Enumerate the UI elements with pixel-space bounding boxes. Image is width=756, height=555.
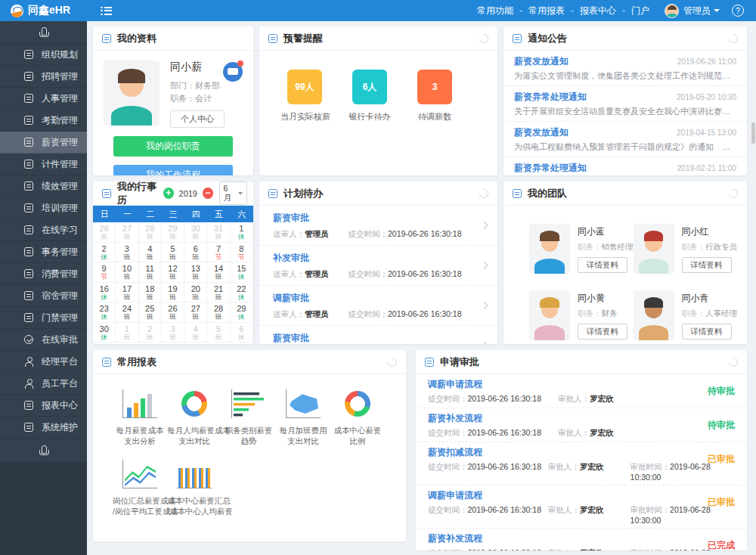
todo-item[interactable]: 补发审批 送审人：管理员 提交时间：2019-06-26 16:30:18 [259,246,497,286]
topbar-link[interactable]: 报表中心 - [577,5,628,17]
sidebar-collapse-top[interactable] [0,21,87,44]
day-type-tag: 班 [184,273,206,281]
calendar-day-cell: 31 班 [207,222,230,243]
year-increase-button[interactable]: + [163,188,174,199]
refresh-icon[interactable] [386,355,399,368]
day-type-tag: 休 [231,313,253,321]
sidebar-collapse-bottom[interactable] [0,439,87,461]
report-shortcut[interactable]: 成本中心薪资 比例 [330,389,385,446]
app-brand: 同鑫eHR [0,4,87,17]
report-shortcut[interactable]: 每月薪资成本 支出分析 [113,389,167,446]
report-shortcut[interactable]: 每月人均薪资成本 支出对比 [167,389,222,446]
topbar-link[interactable]: 常用报表 - [525,5,577,17]
todo-item[interactable]: 薪资审批 送审人：管理员 提交时间：2019-06-26 16:30:18 [259,326,497,344]
sidebar-item[interactable]: 培训管理 [0,197,87,219]
sidebar-item[interactable]: 宿舍管理 [0,285,87,307]
team-member: 同小青 职务：人事经理 详情资料 [634,290,738,340]
refresh-icon[interactable] [727,32,740,45]
refresh-icon[interactable] [478,32,491,45]
team-grid: 同小蓝 职务：销售经理 详情资料 同小红 职务：行政专员 详情资料 [503,206,747,340]
member-detail-button[interactable]: 详情资料 [578,324,627,340]
avatar-hair [540,231,559,242]
user-menu[interactable]: 管理员 [665,4,720,18]
todo-item[interactable]: 调薪审批 送审人：管理员 提交时间：2019-06-26 16:30:18 [259,286,497,326]
day-type-tag: 休 [231,333,253,342]
refresh-icon[interactable] [727,355,740,368]
approval-item[interactable]: 调薪申请流程 提交时间：2019-06-26 16:30:18 审批人：罗宏欣 … [416,485,747,529]
topbar-link[interactable]: 常用功能 - [474,5,525,17]
refresh-icon[interactable] [478,187,491,200]
help-icon[interactable]: ? [732,5,744,17]
year-decrease-button[interactable]: − [203,188,213,199]
report-chart-icon [122,460,157,488]
approval-item[interactable]: 薪资补发流程 提交时间：2019-06-26 16:30:18 审批人：罗宏欣 … [416,408,747,442]
report-shortcut[interactable]: 成本中心薪资汇总 /成本中心人均薪资 [167,460,222,516]
sidebar-item[interactable]: 员工平台 [0,373,87,395]
avatar-shirt [534,325,565,340]
alert-label: 当月实际核薪 [280,111,329,122]
sidebar-item[interactable]: 计件管理 [0,153,87,175]
notice-item[interactable]: 薪资发放通知 2019-04-15 13:00 为供电工程贴费纳入预算管理若干问… [503,122,747,157]
day-type-tag: 班 [139,293,161,302]
topbar-link[interactable]: 门户 - [628,5,652,17]
refresh-icon[interactable] [727,187,740,200]
alert-stat[interactable]: 3 待调薪数 [411,70,459,122]
sidebar-item[interactable]: 绩效管理 [0,175,87,197]
todo-item[interactable]: 薪资审批 送审人：管理员 提交时间：2019-06-26 16:30:18 [259,206,497,246]
day-type-tag: 节 [231,253,253,262]
personal-center-button[interactable]: 个人中心 [170,110,225,128]
weekday-label: 四 [184,206,207,222]
notice-item[interactable]: 薪资异常处理通知 2019-02-21 11:00 要进一步加强供用电合同管理，… [503,157,747,175]
notice-item[interactable]: 薪资发放通知 2019-06-26 11:00 为落实公文管理制度，使集团各类公… [503,51,747,86]
member-avatar [634,290,674,340]
sidebar-item-icon [24,203,33,212]
report-shortcut[interactable]: 职务类别薪资 趋势 [222,389,276,446]
alert-stat[interactable]: 6人 银行卡待办 [345,70,394,122]
month-select[interactable]: 6月 [219,181,248,205]
sidebar-item-label: 招聘管理 [42,70,78,83]
member-name: 同小黄 [578,292,627,305]
chevron-right-icon [481,262,488,269]
sidebar-item[interactable]: 人事管理 [0,88,87,110]
calendar-day-cell: 26 班 [93,222,116,243]
message-icon[interactable] [223,62,243,82]
calendar-day-cell: 28 班 [139,222,162,243]
approval-item[interactable]: 调薪申请流程 提交时间：2019-06-26 16:30:18 审批人：罗宏欣 … [416,374,747,408]
alert-stat[interactable]: 99人 当月实际核薪 [280,70,329,122]
alert-label: 银行卡待办 [345,111,394,122]
sidebar-item[interactable]: 事务管理 [0,241,87,263]
report-label-line1: 岗位汇总薪资成本 [113,495,167,506]
sidebar-item[interactable]: 消费管理 [0,263,87,285]
calendar-grid: 26 班 27 班 28 班 29 班 30 班 [93,222,253,343]
menu-toggle-icon[interactable] [101,7,112,15]
scrollbar-thumb[interactable] [751,122,755,144]
report-shortcut[interactable]: 每月加班费用 支出对比 [276,389,330,446]
report-shortcut[interactable]: 岗位汇总薪资成本 /岗位平均工资成本 [113,460,167,516]
approval-item[interactable]: 薪资补发流程 提交时间：2019-06-26 16:30:18 审批人：罗宏欣 … [416,529,747,550]
profile-card-icon [102,34,111,43]
sidebar-item[interactable]: 在线审批 [0,329,87,351]
member-detail-button[interactable]: 详情资料 [682,257,732,273]
calendar-day-cell: 30 休 [93,323,116,343]
member-detail-button[interactable]: 详情资料 [682,324,732,340]
notice-item[interactable]: 薪资异常处理通知 2019-05-20 10:30 关于开展班组安全活动质量竞赛… [503,86,747,122]
sidebar-item[interactable]: 报表中心 [0,395,87,417]
user-avatar [665,4,679,18]
sidebar-item-icon [24,357,33,366]
day-number: 4 [184,324,206,333]
sidebar-item[interactable]: 系统维护 [0,417,87,439]
sidebar-item[interactable]: 招聘管理 [0,66,87,88]
topbar-link-label: 常用功能 [474,5,516,17]
sidebar-item[interactable]: 经理平台 [0,351,87,373]
sidebar-item[interactable]: 组织规划 [0,44,87,66]
my-duties-button[interactable]: 我的岗位职责 [113,136,233,157]
my-workflow-button[interactable]: 我的工作流程 [113,165,233,175]
sidebar-item[interactable]: 考勤管理 [0,110,87,132]
sidebar-item[interactable]: 薪资管理 [0,132,87,153]
day-type-tag: 班 [139,253,161,262]
sidebar-item[interactable]: 门禁管理 [0,307,87,329]
member-detail-button[interactable]: 详情资料 [578,257,627,273]
sidebar-item-label: 报表中心 [42,399,78,412]
sidebar-item[interactable]: 在线学习 [0,219,87,241]
approval-item[interactable]: 薪资扣减流程 提交时间：2019-06-26 16:30:18 审批人：罗宏欣 … [416,442,747,485]
